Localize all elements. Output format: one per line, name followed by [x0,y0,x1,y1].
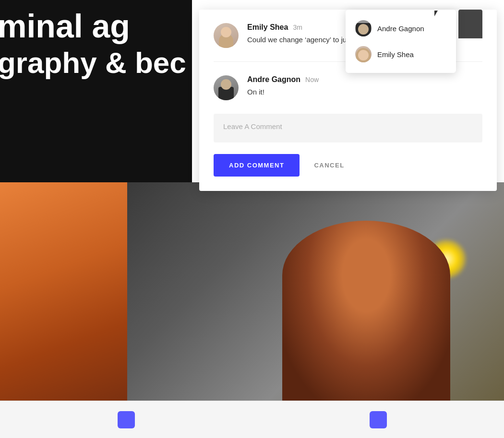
comment-input[interactable] [214,114,482,142]
background-cafe [127,182,504,403]
dropdown-name-emily: Emily Shea [377,50,414,59]
dropdown-name-andre: Andre Gagnon [377,24,424,33]
background-mountain [0,182,127,403]
add-comment-button[interactable]: ADD COMMENT [214,154,300,177]
document-icon [118,411,135,428]
comment-author-andre: Andre Gagnon [247,75,300,84]
footer-icon-left [118,411,135,428]
comment-header-andre: Andre Gagnon Now [247,75,319,84]
avatar-andre [214,75,239,100]
comment-author-emily: Emily Shea [247,23,288,32]
avatar-emily-small [355,46,372,62]
cancel-button[interactable]: CANCEL [309,154,349,177]
background-woman [282,221,450,403]
buttons-row: ADD COMMENT CANCEL [214,154,482,177]
comment-body-andre: Andre Gagnon Now On it! [247,75,319,100]
comment-text-andre: On it! [247,87,319,98]
avatar-emily [214,23,239,48]
dark-panel-corner [458,10,482,38]
background-dark: minal ag graphy & bec [0,0,192,182]
mouse-cursor [434,11,444,20]
footer-icon-right [370,411,387,428]
bg-text-line2: graphy & bec [0,46,186,80]
comment-time-emily: 3m [293,24,302,31]
footer-bar [0,401,504,438]
comment-entry-andre: Andre Gagnon Now On it! [214,75,482,100]
avatar-andre-small [355,20,372,36]
dropdown-item-emily[interactable]: Emily Shea [346,41,456,67]
bg-text-line1: minal ag [0,7,130,45]
chat-icon [370,411,387,428]
comment-time-andre: Now [305,76,319,83]
